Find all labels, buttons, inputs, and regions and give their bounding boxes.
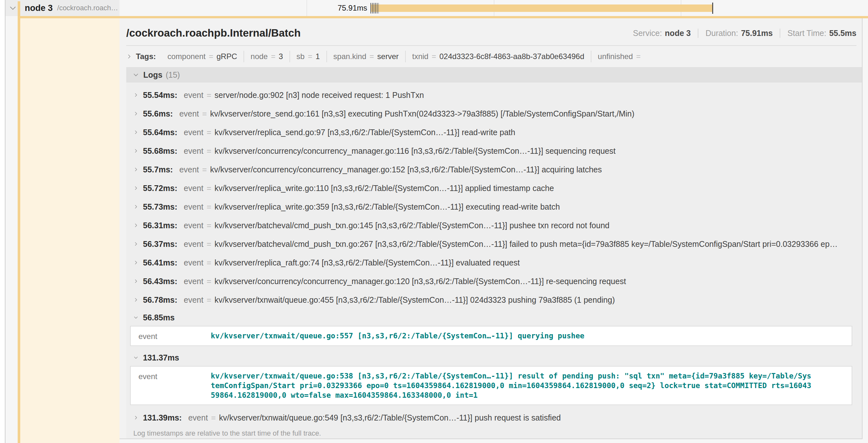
tag-item: node = 3 [244, 51, 289, 62]
log-row[interactable]: 56.41ms: event = kv/kvserver/replica_raf… [126, 253, 862, 272]
log-message: kv/kvserver/batcheval/cmd_push_txn.go:26… [215, 239, 838, 249]
log-timestamp: 56.37ms: [143, 239, 177, 249]
equals-glyph: = [271, 52, 275, 61]
tag-key: sb [297, 52, 305, 61]
log-timestamp: 55.68ms: [143, 146, 177, 156]
tag-key: node [251, 52, 268, 61]
log-timestamp: 55.64ms: [143, 128, 177, 137]
equals-glyph: = [207, 91, 211, 100]
log-row[interactable]: 55.64ms: event = kv/kvserver/replica_sen… [126, 123, 862, 142]
log-field: event [184, 295, 203, 305]
log-row[interactable]: 55.6ms: event = kv/kvserver/store_send.g… [126, 104, 862, 123]
log-timestamp: 56.31ms: [143, 221, 177, 230]
operation-name: /cockroach.roach… [57, 4, 118, 12]
chevron-right-icon[interactable] [133, 241, 138, 246]
log-row[interactable]: 55.68ms: event = kv/kvserver/concurrency… [126, 142, 862, 160]
log-expanded-entry: 131.37ms event kv/kvserver/txnwait/queue… [126, 349, 862, 405]
log-row[interactable]: 55.73ms: event = kv/kvserver/replica_wri… [126, 197, 862, 216]
logs-footer: Log timestamps are relative to the start… [126, 427, 862, 439]
equals-glyph: = [207, 202, 211, 211]
chevron-right-icon[interactable] [133, 148, 138, 154]
tag-key: txnid [412, 52, 429, 61]
log-field: event [184, 183, 203, 193]
equals-glyph: = [369, 52, 374, 61]
trace-timeline-row[interactable]: node 3 /cockroach.roach… 75.91ms [5, 0, 868, 16]
tags-toggle[interactable]: Tags: [126, 52, 156, 61]
equals-glyph: = [207, 295, 211, 305]
chevron-right-icon [126, 54, 132, 59]
tag-value: server [377, 52, 399, 61]
span-bar[interactable] [370, 4, 713, 12]
chevron-right-icon[interactable] [133, 130, 138, 135]
logs-count: (15) [166, 70, 180, 79]
log-row[interactable]: 131.39ms: event = kv/kvserver/txnwait/qu… [126, 408, 862, 427]
log-row[interactable]: 56.31ms: event = kv/kvserver/batcheval/c… [126, 216, 862, 235]
log-detail-card: event kv/kvserver/txnwait/queue.go:538 [… [130, 366, 852, 405]
tag-key: span.kind [334, 52, 367, 61]
chevron-right-icon[interactable] [133, 297, 138, 302]
log-field: event [184, 202, 203, 211]
log-row[interactable]: 56.78ms: event = kv/kvserver/txnwait/que… [126, 291, 862, 309]
meta-label: Start Time: [787, 29, 826, 38]
logs-section: Logs (15) 55.54ms: event = server/node.g… [126, 67, 862, 439]
left-gutter [0, 0, 5, 443]
log-field: event [179, 165, 199, 174]
log-expanded-header[interactable]: 56.85ms [126, 309, 862, 326]
log-expanded-header[interactable]: 131.37ms [126, 349, 862, 366]
tag-key: component [167, 52, 206, 61]
log-row[interactable]: 56.43ms: event = kv/kvserver/concurrency… [126, 272, 862, 291]
tag-item: unfinished = [591, 51, 650, 62]
meta-item: Start Time: 55.5ms [780, 29, 857, 38]
chevron-right-icon[interactable] [133, 167, 138, 172]
log-timestamp: 55.72ms: [143, 183, 177, 193]
log-timestamp: 55.6ms: [143, 109, 173, 118]
tag-item: component = gRPC [161, 51, 244, 62]
span-name-cell[interactable]: node 3 /cockroach.roach… [5, 0, 120, 16]
chevron-right-icon[interactable] [133, 260, 138, 265]
log-tick-marks [370, 3, 379, 13]
log-message: kv/kvserver/replica_raft.go:74 [n3,s3,r6… [215, 258, 520, 267]
chevron-right-icon[interactable] [133, 279, 138, 284]
chevron-down-icon [133, 72, 139, 78]
chevron-right-icon[interactable] [133, 185, 138, 191]
equals-glyph: = [209, 52, 213, 61]
tag-item: txnid = 024d3323-6c8f-4863-aa8b-37ab0e63… [405, 51, 591, 62]
equals-glyph: = [207, 258, 211, 267]
chevron-right-icon[interactable] [133, 223, 138, 228]
span-duration-label: 75.91ms [282, 0, 367, 16]
chevron-down-icon[interactable] [133, 315, 138, 320]
equals-glyph: = [202, 165, 207, 174]
log-expanded-entry: 56.85ms event kv/kvserver/txnwait/queue.… [126, 309, 862, 346]
chevron-right-icon[interactable] [133, 204, 138, 209]
log-message: kv/kvserver/replica_write.go:359 [n3,s3,… [215, 202, 560, 211]
log-row[interactable]: 55.72ms: event = kv/kvserver/replica_wri… [126, 179, 862, 197]
log-field: event [184, 128, 203, 137]
tag-item: span.kind = server [327, 51, 405, 62]
tags-label: Tags: [136, 52, 156, 61]
log-row[interactable]: 55.54ms: event = server/node.go:902 [n3]… [126, 86, 862, 104]
chevron-right-icon[interactable] [133, 415, 138, 420]
chevron-down-icon[interactable] [133, 355, 138, 360]
log-field: event [184, 91, 203, 100]
service-name: node 3 [25, 3, 53, 13]
log-timestamp: 56.78ms: [143, 295, 177, 305]
log-field: event [184, 277, 203, 286]
equals-glyph: = [202, 109, 207, 118]
span-color-bar [18, 1, 20, 443]
chevron-right-icon[interactable] [133, 93, 138, 98]
chevron-down-icon[interactable] [9, 4, 17, 12]
chevron-right-icon[interactable] [133, 111, 138, 116]
logs-header[interactable]: Logs (15) [126, 67, 862, 82]
log-timestamp: 56.41ms: [143, 258, 177, 267]
log-field: event [179, 109, 199, 118]
header-divider [126, 45, 857, 46]
meta-item: Service: node 3 [633, 29, 691, 38]
meta-value: 75.91ms [741, 29, 773, 38]
tag-value: 024d3323-6c8f-4863-aa8b-37ab0e63496d [439, 52, 584, 61]
log-row[interactable]: 55.7ms: event = kv/kvserver/concurrency/… [126, 160, 862, 179]
log-message: server/node.go:902 [n3] node received re… [215, 91, 424, 100]
meta-value: 55.5ms [829, 29, 857, 38]
log-row[interactable]: 56.37ms: event = kv/kvserver/batcheval/c… [126, 235, 862, 253]
equals-glyph: = [211, 413, 216, 422]
log-field: event [188, 413, 208, 422]
